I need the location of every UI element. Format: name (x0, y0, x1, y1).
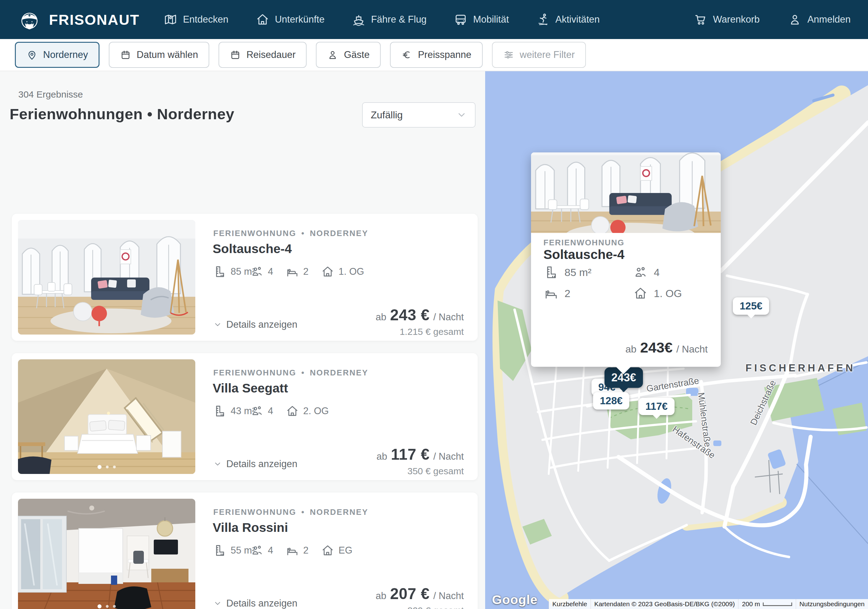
house-icon (633, 286, 648, 300)
spec-area: 55 m² (213, 544, 255, 557)
spec-guests-value: 4 (268, 405, 273, 417)
nav-label: Mobilität (473, 14, 509, 25)
spec-guests: 4 (251, 265, 273, 278)
listing-card[interactable]: FERIENWOHNUNG • NORDERNEY Villa Seegatt … (12, 353, 478, 480)
attic-bedroom-photo (18, 359, 195, 474)
listing-photo[interactable] (18, 359, 195, 474)
map-attribution-bar: Kurzbefehle Kartendaten © 2023 GeoBasis-… (485, 599, 868, 609)
filter-duration-button[interactable]: Reisedauer (219, 42, 307, 68)
apartment-photo (18, 499, 195, 609)
category-text: FERIENWOHNUNG (213, 507, 296, 517)
listing-card[interactable]: FERIENWOHNUNG • NORDERNEY Villa Rossini … (12, 493, 478, 609)
popup-category: FERIENWOHNUNG (543, 238, 624, 247)
ruler-icon (213, 405, 226, 417)
spec-guests: 4 (251, 405, 273, 417)
listing-title[interactable]: Villa Rossini (213, 520, 457, 536)
spec-guests: 4 (251, 544, 273, 557)
listing-photo[interactable] (18, 220, 195, 335)
spec-floor: EG (321, 544, 352, 557)
listing-card[interactable]: FERIENWOHNUNG • NORDERNEY Soltausche-4 8… (12, 214, 478, 341)
map[interactable]: Gartenstraße Mühlenstraße Hafenstraße De… (485, 71, 868, 609)
nav-item-aktivitaeten[interactable]: Aktivitäten (536, 13, 600, 26)
details-label: Details anzeigen (226, 319, 297, 330)
carousel-dots[interactable] (98, 604, 116, 608)
nav-item-mobilitaet[interactable]: Mobilität (454, 13, 509, 26)
map-scale-bar (763, 602, 792, 606)
nav-label: Aktivitäten (555, 14, 600, 25)
map-icon (164, 13, 177, 26)
filter-guests-button[interactable]: Gäste (316, 42, 381, 68)
location-text: NORDERNEY (310, 368, 369, 378)
map-price-pin[interactable]: 125€ (733, 297, 769, 315)
spec-beds-value: 2 (303, 545, 308, 556)
people-icon (251, 544, 264, 557)
euro-icon (401, 49, 412, 60)
nav-label: Fähre & Flug (371, 14, 426, 25)
details-toggle[interactable]: Details anzeigen (213, 319, 297, 330)
house-icon (321, 544, 334, 557)
ski-icon (536, 13, 550, 26)
spec-beds-value: 2 (303, 266, 308, 277)
spec-guests-value: 4 (268, 545, 273, 556)
map-listing-popup[interactable]: FERIENWOHNUNG Soltausche-4 85 m² 4 2 1. … (531, 152, 721, 367)
listing-body: FERIENWOHNUNG • NORDERNEY Villa Rossini … (202, 493, 464, 609)
popup-title[interactable]: Soltausche-4 (543, 247, 624, 262)
filter-more-button[interactable]: weitere Filter (492, 42, 586, 68)
chevron-down-icon (213, 320, 222, 329)
house-icon (256, 13, 270, 26)
filter-price-button[interactable]: Preisspanne (390, 42, 482, 68)
nav-item-faehre-flug[interactable]: Fähre & Flug (352, 13, 426, 26)
spec-area: 85 m² (213, 265, 255, 278)
map-terms-link[interactable]: Nutzungsbedingungen (796, 599, 868, 609)
popup-beds-value: 2 (564, 287, 570, 300)
separator-dot: • (301, 368, 305, 378)
total-line: 829 € gesamt (407, 605, 464, 609)
cart-button[interactable]: Warenkorb (694, 13, 760, 26)
filter-date-button[interactable]: Datum wählen (109, 42, 209, 68)
location-text: NORDERNEY (310, 229, 369, 238)
people-icon (251, 265, 264, 278)
details-toggle[interactable]: Details anzeigen (213, 598, 297, 609)
login-button[interactable]: Anmelden (788, 13, 851, 26)
map-price-pin[interactable]: 117€ (639, 398, 674, 415)
map-shortcuts-link[interactable]: Kurzbefehle (549, 599, 591, 609)
total-line: 350 € gesamt (407, 466, 464, 476)
chevron-down-icon (213, 460, 222, 468)
cart-icon (694, 13, 707, 26)
map-scale-value: 200 m (742, 600, 760, 608)
price-line: ab243 €/ Nacht (376, 306, 464, 324)
ruler-icon (213, 265, 226, 278)
brand[interactable]: FRISONAUT (17, 8, 140, 32)
map-price-pin[interactable]: 128€ (593, 392, 629, 410)
sort-dropdown[interactable]: Zufällig (362, 102, 476, 128)
pin-label: 117€ (645, 400, 668, 412)
price-unit: / Nacht (433, 590, 464, 601)
calendar-icon (120, 49, 131, 60)
bed-icon (544, 286, 558, 300)
nav-item-unterkuenfte[interactable]: Unterkünfte (256, 13, 325, 26)
ruler-icon (213, 544, 226, 557)
spec-beds: 2 (286, 544, 308, 557)
popup-photo (531, 152, 721, 233)
filter-date-label: Datum wählen (137, 49, 198, 60)
listing-category: FERIENWOHNUNG • NORDERNEY (213, 368, 368, 378)
ruler-icon (544, 265, 558, 280)
filter-bar: Norderney Datum wählen Reisedauer Gäste … (0, 39, 868, 71)
popup-spec-beds: 2 (544, 286, 570, 300)
carousel-dots[interactable] (98, 465, 116, 469)
house-icon (286, 405, 299, 417)
nav-item-entdecken[interactable]: Entdecken (164, 13, 228, 26)
popup-floor-value: 1. OG (654, 287, 682, 300)
filter-duration-label: Reisedauer (246, 49, 296, 60)
details-toggle[interactable]: Details anzeigen (213, 459, 297, 470)
location-text: NORDERNEY (310, 507, 369, 517)
area-label-fischerhafen: FISCHERHAFEN (746, 362, 856, 374)
total-line: 1.215 € gesamt (400, 326, 464, 337)
listing-title[interactable]: Villa Seegatt (213, 380, 457, 396)
filter-location-label: Norderney (43, 49, 88, 60)
price-unit: / Nacht (433, 312, 464, 323)
spec-floor-value: EG (338, 545, 352, 556)
listing-title[interactable]: Soltausche-4 (213, 241, 457, 257)
filter-location-button[interactable]: Norderney (15, 42, 99, 68)
listing-photo[interactable] (18, 499, 195, 609)
